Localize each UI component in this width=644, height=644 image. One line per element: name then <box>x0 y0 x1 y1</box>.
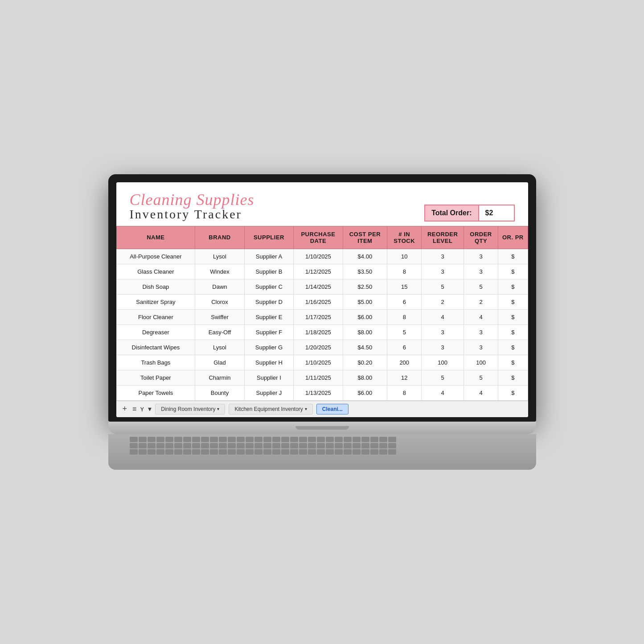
tab-kitchen-equipment[interactable]: Kitchen Equipment Inventory ▾ <box>229 404 312 414</box>
cell-order-price: $ <box>498 249 528 264</box>
cell-reorder: 5 <box>422 279 464 294</box>
cell-stock: 12 <box>387 370 422 385</box>
cell-brand: Lysol <box>195 249 244 264</box>
cell-stock: 5 <box>387 324 422 340</box>
cell-date: 1/10/2025 <box>294 249 343 264</box>
cell-order-price: $ <box>498 370 528 385</box>
cell-name: Trash Bags <box>116 355 195 370</box>
cell-order-qty: 5 <box>464 370 498 385</box>
cell-brand: Swiffer <box>195 309 244 324</box>
table-row: Paper Towels Bounty Supplier J 1/13/2025… <box>116 385 528 400</box>
cell-supplier: Supplier A <box>244 249 293 264</box>
cell-cost: $3.50 <box>343 264 387 279</box>
bottom-tabs-bar: + ≡ ʏ ▾ Dining Room Inventory ▾ Kitchen … <box>116 401 528 417</box>
cell-cost: $6.00 <box>343 385 387 400</box>
col-header-name: NAME <box>116 226 195 249</box>
table-row: Floor Cleaner Swiffer Supplier E 1/17/20… <box>116 309 528 324</box>
cell-supplier: Supplier B <box>244 264 293 279</box>
cell-supplier: Supplier D <box>244 294 293 309</box>
cell-cost: $4.00 <box>343 249 387 264</box>
tab-dining-room[interactable]: Dining Room Inventory ▾ <box>155 404 225 414</box>
add-sheet-button[interactable]: + <box>121 404 129 414</box>
table-row: Glass Cleaner Windex Supplier B 1/12/202… <box>116 264 528 279</box>
title-block: Cleaning Supplies Inventory Tracker <box>130 191 254 222</box>
cell-name: Disinfectant Wipes <box>116 340 195 355</box>
filter-icon: ʏ <box>140 405 144 413</box>
tab-cleaning[interactable]: Cleani... <box>316 404 349 414</box>
cell-cost: $5.00 <box>343 294 387 309</box>
cell-stock: 8 <box>387 385 422 400</box>
table-row: All-Purpose Cleaner Lysol Supplier A 1/1… <box>116 249 528 264</box>
cell-supplier: Supplier J <box>244 385 293 400</box>
cell-date: 1/16/2025 <box>294 294 343 309</box>
cell-date: 1/18/2025 <box>294 324 343 340</box>
cell-stock: 8 <box>387 309 422 324</box>
cell-name: Floor Cleaner <box>116 309 195 324</box>
cell-name: Dish Soap <box>116 279 195 294</box>
cell-reorder: 2 <box>422 294 464 309</box>
cell-reorder: 3 <box>422 249 464 264</box>
cell-reorder: 3 <box>422 340 464 355</box>
table-row: Degreaser Easy-Off Supplier F 1/18/2025 … <box>116 324 528 340</box>
cell-brand: Easy-Off <box>195 324 244 340</box>
tab-cleaning-label: Cleani... <box>322 406 343 412</box>
inventory-table: NAME BRAND SUPPLIER PURCHASE DATE COST P… <box>116 226 528 401</box>
cell-stock: 8 <box>387 264 422 279</box>
cell-order-qty: 3 <box>464 340 498 355</box>
cell-date: 1/17/2025 <box>294 309 343 324</box>
cell-order-price: $ <box>498 309 528 324</box>
cell-cost: $2.50 <box>343 279 387 294</box>
cell-order-price: $ <box>498 355 528 370</box>
col-header-brand: BRAND <box>195 226 244 249</box>
cell-order-qty: 3 <box>464 324 498 340</box>
cell-brand: Windex <box>195 264 244 279</box>
cell-order-price: $ <box>498 279 528 294</box>
table-header-row: NAME BRAND SUPPLIER PURCHASE DATE COST P… <box>116 226 528 249</box>
spreadsheet-header: Cleaning Supplies Inventory Tracker Tota… <box>116 182 528 226</box>
cell-date: 1/13/2025 <box>294 385 343 400</box>
cell-cost: $0.20 <box>343 355 387 370</box>
cell-order-price: $ <box>498 385 528 400</box>
col-header-supplier: SUPPLIER <box>244 226 293 249</box>
cell-order-qty: 5 <box>464 279 498 294</box>
cell-supplier: Supplier E <box>244 309 293 324</box>
laptop-screen: Cleaning Supplies Inventory Tracker Tota… <box>116 182 528 417</box>
cell-order-qty: 4 <box>464 309 498 324</box>
tab-kitchen-equipment-label: Kitchen Equipment Inventory <box>234 406 303 412</box>
cell-supplier: Supplier H <box>244 355 293 370</box>
cell-brand: Lysol <box>195 340 244 355</box>
cell-stock: 200 <box>387 355 422 370</box>
cell-order-price: $ <box>498 264 528 279</box>
cell-reorder: 100 <box>422 355 464 370</box>
table-row: Dish Soap Dawn Supplier C 1/14/2025 $2.5… <box>116 279 528 294</box>
col-header-date: PURCHASE DATE <box>294 226 343 249</box>
cell-name: Degreaser <box>116 324 195 340</box>
cell-reorder: 3 <box>422 264 464 279</box>
total-order-label: Total Order: <box>425 205 478 221</box>
cell-order-qty: 2 <box>464 294 498 309</box>
cell-order-price: $ <box>498 340 528 355</box>
laptop-keyboard <box>108 434 536 470</box>
table-row: Toilet Paper Charmin Supplier I 1/11/202… <box>116 370 528 385</box>
table-body: All-Purpose Cleaner Lysol Supplier A 1/1… <box>116 249 528 400</box>
cell-supplier: Supplier F <box>244 324 293 340</box>
tab-dining-room-label: Dining Room Inventory <box>161 406 215 412</box>
sheet-menu-icon[interactable]: ≡ <box>132 405 136 413</box>
laptop-bezel: Cleaning Supplies Inventory Tracker Tota… <box>108 174 536 422</box>
cell-supplier: Supplier C <box>244 279 293 294</box>
cell-date: 1/10/2025 <box>294 355 343 370</box>
arrow-down-icon: ▾ <box>148 405 152 413</box>
cell-cost: $6.00 <box>343 309 387 324</box>
cell-supplier: Supplier I <box>244 370 293 385</box>
cell-brand: Bounty <box>195 385 244 400</box>
cell-brand: Dawn <box>195 279 244 294</box>
title-script: Cleaning Supplies <box>130 191 254 209</box>
cell-cost: $4.50 <box>343 340 387 355</box>
cell-order-price: $ <box>498 294 528 309</box>
total-order-box: Total Order: $2 <box>424 205 514 222</box>
cell-reorder: 4 <box>422 309 464 324</box>
cell-cost: $8.00 <box>343 324 387 340</box>
cell-order-price: $ <box>498 324 528 340</box>
cell-date: 1/20/2025 <box>294 340 343 355</box>
table-row: Sanitizer Spray Clorox Supplier D 1/16/2… <box>116 294 528 309</box>
